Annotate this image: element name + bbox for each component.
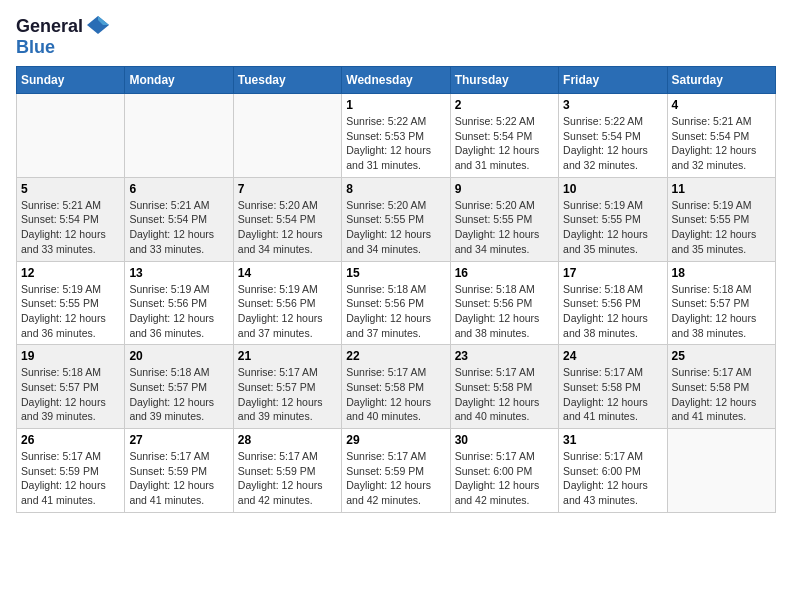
day-info: Sunrise: 5:18 AM Sunset: 5:57 PM Dayligh… [129,365,228,424]
day-info: Sunrise: 5:17 AM Sunset: 5:59 PM Dayligh… [21,449,120,508]
calendar-cell: 5Sunrise: 5:21 AM Sunset: 5:54 PM Daylig… [17,177,125,261]
day-info: Sunrise: 5:17 AM Sunset: 5:59 PM Dayligh… [129,449,228,508]
day-number: 9 [455,182,554,196]
day-number: 4 [672,98,771,112]
calendar-cell: 25Sunrise: 5:17 AM Sunset: 5:58 PM Dayli… [667,345,775,429]
calendar-cell: 18Sunrise: 5:18 AM Sunset: 5:57 PM Dayli… [667,261,775,345]
calendar-cell: 10Sunrise: 5:19 AM Sunset: 5:55 PM Dayli… [559,177,667,261]
calendar-week-row: 26Sunrise: 5:17 AM Sunset: 5:59 PM Dayli… [17,429,776,513]
calendar-cell: 22Sunrise: 5:17 AM Sunset: 5:58 PM Dayli… [342,345,450,429]
day-info: Sunrise: 5:20 AM Sunset: 5:55 PM Dayligh… [455,198,554,257]
calendar-cell [17,94,125,178]
logo: General Blue [16,16,109,58]
day-info: Sunrise: 5:17 AM Sunset: 5:57 PM Dayligh… [238,365,337,424]
calendar-cell: 11Sunrise: 5:19 AM Sunset: 5:55 PM Dayli… [667,177,775,261]
calendar-cell: 6Sunrise: 5:21 AM Sunset: 5:54 PM Daylig… [125,177,233,261]
day-header-monday: Monday [125,67,233,94]
day-number: 25 [672,349,771,363]
day-header-thursday: Thursday [450,67,558,94]
day-info: Sunrise: 5:19 AM Sunset: 5:56 PM Dayligh… [238,282,337,341]
day-header-friday: Friday [559,67,667,94]
day-number: 29 [346,433,445,447]
calendar-cell: 31Sunrise: 5:17 AM Sunset: 6:00 PM Dayli… [559,429,667,513]
day-number: 5 [21,182,120,196]
day-number: 22 [346,349,445,363]
calendar-cell: 1Sunrise: 5:22 AM Sunset: 5:53 PM Daylig… [342,94,450,178]
day-number: 19 [21,349,120,363]
day-number: 20 [129,349,228,363]
day-info: Sunrise: 5:17 AM Sunset: 5:59 PM Dayligh… [238,449,337,508]
day-number: 23 [455,349,554,363]
day-info: Sunrise: 5:18 AM Sunset: 5:56 PM Dayligh… [455,282,554,341]
day-info: Sunrise: 5:19 AM Sunset: 5:55 PM Dayligh… [672,198,771,257]
day-info: Sunrise: 5:21 AM Sunset: 5:54 PM Dayligh… [21,198,120,257]
calendar-week-row: 1Sunrise: 5:22 AM Sunset: 5:53 PM Daylig… [17,94,776,178]
calendar-cell: 13Sunrise: 5:19 AM Sunset: 5:56 PM Dayli… [125,261,233,345]
day-header-wednesday: Wednesday [342,67,450,94]
day-info: Sunrise: 5:20 AM Sunset: 5:55 PM Dayligh… [346,198,445,257]
logo-general: General [16,16,83,37]
day-number: 26 [21,433,120,447]
day-info: Sunrise: 5:17 AM Sunset: 6:00 PM Dayligh… [563,449,662,508]
day-number: 30 [455,433,554,447]
calendar-cell [125,94,233,178]
day-number: 2 [455,98,554,112]
day-info: Sunrise: 5:22 AM Sunset: 5:54 PM Dayligh… [563,114,662,173]
day-number: 24 [563,349,662,363]
day-header-saturday: Saturday [667,67,775,94]
day-info: Sunrise: 5:21 AM Sunset: 5:54 PM Dayligh… [129,198,228,257]
calendar-cell: 30Sunrise: 5:17 AM Sunset: 6:00 PM Dayli… [450,429,558,513]
day-number: 15 [346,266,445,280]
day-number: 1 [346,98,445,112]
day-info: Sunrise: 5:18 AM Sunset: 5:57 PM Dayligh… [672,282,771,341]
day-number: 18 [672,266,771,280]
calendar-cell: 19Sunrise: 5:18 AM Sunset: 5:57 PM Dayli… [17,345,125,429]
day-number: 17 [563,266,662,280]
day-number: 3 [563,98,662,112]
day-number: 21 [238,349,337,363]
calendar-week-row: 12Sunrise: 5:19 AM Sunset: 5:55 PM Dayli… [17,261,776,345]
day-number: 31 [563,433,662,447]
day-number: 13 [129,266,228,280]
calendar-cell: 2Sunrise: 5:22 AM Sunset: 5:54 PM Daylig… [450,94,558,178]
calendar-cell: 7Sunrise: 5:20 AM Sunset: 5:54 PM Daylig… [233,177,341,261]
day-info: Sunrise: 5:17 AM Sunset: 5:58 PM Dayligh… [455,365,554,424]
day-info: Sunrise: 5:20 AM Sunset: 5:54 PM Dayligh… [238,198,337,257]
day-info: Sunrise: 5:22 AM Sunset: 5:53 PM Dayligh… [346,114,445,173]
calendar-cell: 29Sunrise: 5:17 AM Sunset: 5:59 PM Dayli… [342,429,450,513]
day-number: 10 [563,182,662,196]
calendar-header-row: SundayMondayTuesdayWednesdayThursdayFrid… [17,67,776,94]
day-info: Sunrise: 5:18 AM Sunset: 5:57 PM Dayligh… [21,365,120,424]
calendar-cell: 21Sunrise: 5:17 AM Sunset: 5:57 PM Dayli… [233,345,341,429]
calendar-cell: 17Sunrise: 5:18 AM Sunset: 5:56 PM Dayli… [559,261,667,345]
header: General Blue [16,16,776,58]
day-info: Sunrise: 5:17 AM Sunset: 6:00 PM Dayligh… [455,449,554,508]
calendar-table: SundayMondayTuesdayWednesdayThursdayFrid… [16,66,776,513]
day-info: Sunrise: 5:17 AM Sunset: 5:59 PM Dayligh… [346,449,445,508]
calendar-cell: 4Sunrise: 5:21 AM Sunset: 5:54 PM Daylig… [667,94,775,178]
calendar-cell: 28Sunrise: 5:17 AM Sunset: 5:59 PM Dayli… [233,429,341,513]
day-info: Sunrise: 5:17 AM Sunset: 5:58 PM Dayligh… [672,365,771,424]
day-info: Sunrise: 5:19 AM Sunset: 5:55 PM Dayligh… [21,282,120,341]
calendar-cell [233,94,341,178]
day-header-sunday: Sunday [17,67,125,94]
day-header-tuesday: Tuesday [233,67,341,94]
day-number: 16 [455,266,554,280]
day-number: 8 [346,182,445,196]
day-number: 27 [129,433,228,447]
calendar-cell: 8Sunrise: 5:20 AM Sunset: 5:55 PM Daylig… [342,177,450,261]
day-info: Sunrise: 5:18 AM Sunset: 5:56 PM Dayligh… [563,282,662,341]
calendar-cell: 14Sunrise: 5:19 AM Sunset: 5:56 PM Dayli… [233,261,341,345]
calendar-cell: 15Sunrise: 5:18 AM Sunset: 5:56 PM Dayli… [342,261,450,345]
day-info: Sunrise: 5:17 AM Sunset: 5:58 PM Dayligh… [563,365,662,424]
day-info: Sunrise: 5:19 AM Sunset: 5:56 PM Dayligh… [129,282,228,341]
calendar-cell: 9Sunrise: 5:20 AM Sunset: 5:55 PM Daylig… [450,177,558,261]
day-number: 11 [672,182,771,196]
calendar-cell: 26Sunrise: 5:17 AM Sunset: 5:59 PM Dayli… [17,429,125,513]
calendar-cell: 16Sunrise: 5:18 AM Sunset: 5:56 PM Dayli… [450,261,558,345]
day-number: 14 [238,266,337,280]
day-info: Sunrise: 5:21 AM Sunset: 5:54 PM Dayligh… [672,114,771,173]
calendar-cell: 23Sunrise: 5:17 AM Sunset: 5:58 PM Dayli… [450,345,558,429]
calendar-cell: 3Sunrise: 5:22 AM Sunset: 5:54 PM Daylig… [559,94,667,178]
day-info: Sunrise: 5:18 AM Sunset: 5:56 PM Dayligh… [346,282,445,341]
